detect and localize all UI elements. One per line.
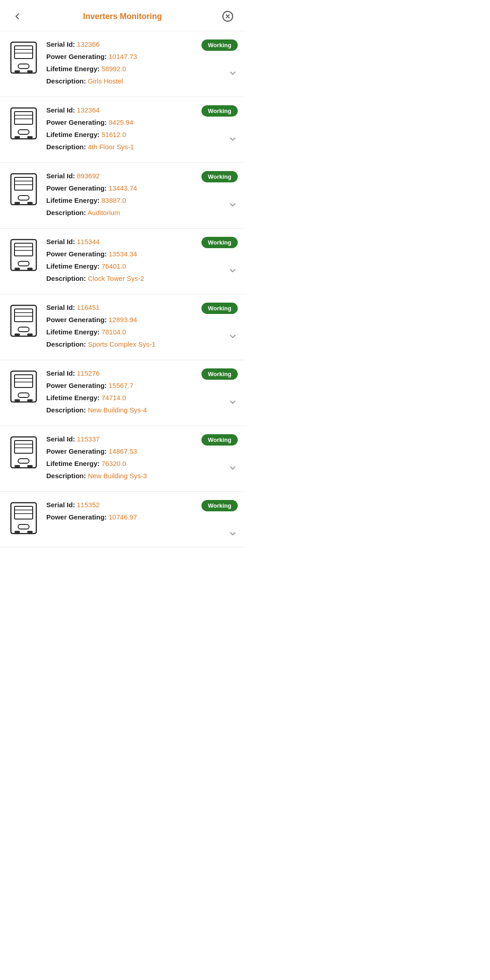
svg-rect-48 [15, 465, 20, 467]
info-row: Lifetime Energy: 51612.0 [46, 130, 197, 139]
info-row: Serial Id: 893692 [46, 171, 197, 181]
field-value: 78104.0 [102, 328, 126, 336]
inverter-card[interactable]: Serial Id: 115337Power Generating: 14867… [0, 426, 245, 492]
chevron-down-icon[interactable] [228, 397, 238, 407]
field-value: 115352 [77, 501, 100, 509]
inverter-card[interactable]: Serial Id: 115276Power Generating: 15567… [0, 360, 245, 426]
field-label: Lifetime Energy: [46, 262, 100, 270]
field-label: Lifetime Energy: [46, 460, 100, 467]
info-row: Power Generating: 12893.94 [46, 315, 197, 324]
field-value: 76320.0 [102, 460, 126, 467]
svg-rect-2 [15, 46, 33, 59]
field-label: Power Generating: [46, 513, 107, 521]
info-row: Lifetime Energy: 58992.0 [46, 64, 197, 74]
svg-rect-37 [15, 375, 33, 387]
svg-rect-6 [15, 70, 20, 73]
svg-rect-41 [15, 399, 20, 402]
field-value: Auditorium [88, 209, 120, 216]
field-label: Serial Id: [46, 172, 75, 180]
status-col: Working [197, 105, 238, 144]
status-badge: Working [201, 39, 238, 51]
inverter-info: Serial Id: 115276Power Generating: 15567… [46, 368, 197, 417]
field-label: Serial Id: [46, 40, 75, 48]
field-label: Power Generating: [46, 250, 107, 258]
chevron-down-icon[interactable] [228, 265, 238, 275]
inverter-icon [7, 105, 40, 142]
info-row: Description: New Building Sys-3 [46, 471, 197, 480]
field-value: Sports Complex Sys-1 [88, 340, 156, 348]
status-col: Working [197, 237, 238, 275]
page-title: Inverters Monitoring [25, 12, 220, 21]
chevron-down-icon[interactable] [228, 463, 238, 473]
field-label: Power Generating: [46, 118, 107, 126]
info-row: Serial Id: 132366 [46, 39, 197, 49]
inverter-card[interactable]: Serial Id: 132364Power Generating: 9425.… [0, 97, 245, 163]
status-col: Working [197, 39, 238, 78]
inverter-icon [7, 303, 40, 339]
inverter-icon [7, 237, 40, 273]
status-col: Working [197, 500, 238, 539]
info-row: Power Generating: 9425.94 [46, 118, 197, 127]
info-row: Power Generating: 13443.74 [46, 183, 197, 193]
field-label: Description: [46, 340, 86, 348]
svg-rect-7 [27, 70, 33, 73]
inverter-icon [7, 171, 40, 207]
info-row: Description: 4th Floor Sys-1 [46, 142, 197, 152]
status-col: Working [197, 434, 238, 473]
back-button[interactable] [9, 8, 25, 24]
field-value: 76401.0 [102, 262, 126, 270]
inverter-card[interactable]: Serial Id: 116451Power Generating: 12893… [0, 294, 245, 360]
chevron-down-icon[interactable] [228, 134, 238, 144]
logout-button[interactable] [220, 8, 236, 24]
field-value: 4th Floor Sys-1 [88, 143, 134, 151]
svg-rect-12 [18, 130, 29, 134]
field-label: Serial Id: [46, 369, 75, 377]
status-badge: Working [201, 368, 238, 380]
field-value: 83887.0 [102, 196, 126, 204]
info-row: Power Generating: 14867.53 [46, 446, 197, 456]
field-value: 12893.94 [109, 316, 137, 323]
field-label: Serial Id: [46, 501, 75, 509]
inverter-icon [7, 39, 40, 76]
svg-rect-55 [15, 531, 20, 533]
svg-rect-42 [27, 399, 33, 402]
field-value: Clock Tower Sys-2 [88, 274, 144, 282]
inverter-card[interactable]: Serial Id: 115344Power Generating: 13534… [0, 229, 245, 294]
field-value: 74714.0 [102, 394, 126, 402]
field-label: Power Generating: [46, 184, 107, 192]
info-row: Power Generating: 13534.34 [46, 249, 197, 259]
field-label: Description: [46, 143, 86, 151]
field-label: Description: [46, 406, 86, 414]
field-label: Serial Id: [46, 106, 75, 114]
svg-rect-13 [15, 136, 20, 138]
inverter-card[interactable]: Serial Id: 132366Power Generating: 10147… [0, 31, 245, 97]
svg-rect-26 [18, 261, 29, 266]
chevron-down-icon[interactable] [228, 68, 238, 78]
svg-rect-56 [27, 531, 33, 533]
info-row: Description: Clock Tower Sys-2 [46, 274, 197, 283]
inverter-card[interactable]: Serial Id: 893692Power Generating: 13443… [0, 163, 245, 229]
field-value: Girls Hostel [88, 77, 123, 85]
status-badge: Working [201, 303, 238, 314]
field-label: Serial Id: [46, 304, 75, 311]
inverter-card[interactable]: Serial Id: 115352Power Generating: 10746… [0, 492, 245, 547]
field-value: 115276 [77, 369, 100, 377]
field-value: 115337 [77, 435, 100, 443]
field-label: Lifetime Energy: [46, 65, 100, 73]
chevron-down-icon[interactable] [228, 331, 238, 341]
chevron-down-icon[interactable] [228, 529, 238, 539]
info-row: Lifetime Energy: 83887.0 [46, 196, 197, 205]
status-col: Working [197, 171, 238, 210]
svg-rect-54 [18, 524, 29, 529]
info-row: Power Generating: 15567.7 [46, 381, 197, 390]
info-row: Serial Id: 115337 [46, 434, 197, 444]
field-label: Power Generating: [46, 447, 107, 455]
status-col: Working [197, 368, 238, 407]
inverter-info: Serial Id: 115344Power Generating: 13534… [46, 237, 197, 286]
status-badge: Working [201, 434, 238, 446]
svg-rect-27 [15, 268, 20, 270]
svg-rect-9 [15, 112, 33, 124]
status-col: Working [197, 303, 238, 341]
field-value: 14867.53 [109, 447, 137, 455]
chevron-down-icon[interactable] [228, 200, 238, 210]
